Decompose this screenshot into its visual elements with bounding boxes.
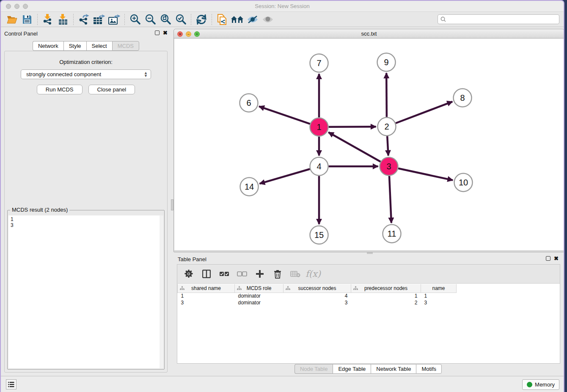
svg-text:4: 4 bbox=[317, 162, 321, 171]
node-table: shared name MCDS role successor nodes pr… bbox=[177, 284, 463, 306]
column-header-successor-nodes[interactable]: successor nodes bbox=[284, 284, 351, 293]
search-field[interactable] bbox=[438, 14, 559, 24]
main-area: Control Panel ✖ Network Style Select MCD… bbox=[1, 27, 564, 376]
save-session-button[interactable] bbox=[19, 13, 35, 26]
table-cell[interactable]: 1 bbox=[421, 293, 457, 299]
column-header-filler bbox=[457, 284, 463, 293]
column-header-predecessor-nodes[interactable]: predecessor nodes bbox=[351, 284, 421, 293]
import-network-button[interactable] bbox=[40, 13, 55, 26]
table-cell[interactable]: 3 bbox=[284, 299, 351, 306]
svg-text:14: 14 bbox=[245, 182, 254, 191]
table-cell[interactable]: 3 bbox=[421, 299, 457, 306]
graph-node-4[interactable]: 4 bbox=[310, 157, 328, 176]
hierarchy-icon bbox=[180, 286, 184, 290]
tab-edge-table[interactable]: Edge Table bbox=[333, 364, 371, 374]
open-file-button[interactable] bbox=[4, 13, 19, 26]
select-all-button[interactable] bbox=[218, 268, 231, 280]
tab-network[interactable]: Network bbox=[33, 41, 63, 51]
network-graph: 7968124314101511 bbox=[174, 39, 564, 250]
table-cell[interactable]: dominator bbox=[235, 299, 284, 306]
window-title: Session: New Session bbox=[1, 3, 564, 9]
tab-network-table[interactable]: Network Table bbox=[371, 364, 416, 374]
graph-node-11[interactable]: 11 bbox=[383, 225, 401, 243]
export-network-icon bbox=[78, 14, 89, 25]
delete-column-button[interactable] bbox=[271, 268, 284, 280]
search-input[interactable] bbox=[448, 17, 556, 22]
show-all-button[interactable] bbox=[260, 13, 275, 26]
column-header-mcds-role[interactable]: MCDS role bbox=[235, 284, 284, 293]
run-mcds-button[interactable]: Run MCDS bbox=[37, 85, 83, 94]
delete-table-button[interactable] bbox=[289, 268, 302, 280]
deselect-all-button[interactable] bbox=[236, 268, 248, 280]
graph-edge-4-14[interactable] bbox=[259, 169, 310, 184]
graph-edge-3-1[interactable] bbox=[328, 133, 380, 162]
graph-edge-2-8[interactable] bbox=[396, 102, 452, 123]
tab-select[interactable]: Select bbox=[86, 41, 112, 51]
graph-edge-1-6[interactable] bbox=[259, 106, 310, 124]
table-cell[interactable]: 1 bbox=[178, 293, 235, 299]
graph-node-15[interactable]: 15 bbox=[310, 226, 328, 244]
graph-node-6[interactable]: 6 bbox=[240, 94, 258, 112]
tab-motifs[interactable]: Motifs bbox=[416, 364, 442, 374]
toggle-panes-button[interactable] bbox=[200, 268, 213, 280]
export-image-button[interactable] bbox=[107, 13, 122, 26]
graph-edge-2-3[interactable] bbox=[387, 136, 388, 155]
control-panel-float-icon[interactable] bbox=[155, 30, 160, 35]
graph-node-14[interactable]: 14 bbox=[240, 178, 259, 196]
network-canvas[interactable]: 7968124314101511 bbox=[174, 39, 564, 250]
toolbar-separator bbox=[124, 14, 125, 25]
close-panel-button[interactable]: Close panel bbox=[88, 85, 135, 94]
import-table-button[interactable] bbox=[55, 13, 71, 26]
table-row[interactable]: 3dominator323 bbox=[178, 299, 463, 306]
table-cell[interactable]: 1 bbox=[351, 293, 421, 299]
tab-style[interactable]: Style bbox=[63, 41, 86, 51]
zoom-out-button[interactable] bbox=[143, 13, 158, 26]
panel-splitter-grip[interactable] bbox=[171, 199, 173, 210]
graph-node-8[interactable]: 8 bbox=[454, 89, 472, 107]
graph-node-1[interactable]: 1 bbox=[310, 118, 328, 136]
criterion-dropdown[interactable]: strongly connected component ▲▼ bbox=[21, 69, 151, 79]
graph-node-3[interactable]: 3 bbox=[380, 157, 398, 176]
memory-button[interactable]: Memory bbox=[522, 379, 559, 390]
result-scrollbar[interactable] bbox=[160, 215, 163, 368]
table-cell[interactable]: 2 bbox=[351, 299, 421, 306]
export-network-button[interactable] bbox=[76, 13, 91, 26]
graph-edge-3-10[interactable] bbox=[398, 168, 453, 180]
graph-edge-2-9[interactable] bbox=[386, 73, 387, 117]
graph-edge-3-11[interactable] bbox=[389, 176, 391, 223]
memory-status-dot bbox=[527, 382, 532, 387]
column-header-name[interactable]: name bbox=[421, 284, 457, 293]
control-panel-close-icon[interactable]: ✖ bbox=[163, 30, 168, 35]
export-table-button[interactable] bbox=[91, 13, 107, 26]
homes-icon bbox=[231, 15, 244, 24]
zoom-in-button[interactable] bbox=[127, 13, 143, 26]
clone-network-button[interactable] bbox=[215, 13, 230, 26]
graph-node-7[interactable]: 7 bbox=[310, 54, 328, 72]
save-icon bbox=[22, 15, 32, 24]
refresh-view-button[interactable] bbox=[194, 13, 209, 26]
table-cell[interactable]: 3 bbox=[178, 299, 235, 306]
tab-mcds[interactable]: MCDS bbox=[112, 41, 139, 51]
table-cell[interactable]: dominator bbox=[235, 293, 284, 299]
graph-node-2[interactable]: 2 bbox=[378, 118, 396, 136]
create-column-button[interactable] bbox=[253, 268, 266, 280]
table-panel-float-icon[interactable] bbox=[546, 256, 550, 261]
zoom-selected-button[interactable] bbox=[173, 13, 188, 26]
graph-node-10[interactable]: 10 bbox=[454, 174, 473, 192]
hide-selected-button[interactable] bbox=[245, 13, 260, 26]
graph-node-9[interactable]: 9 bbox=[377, 53, 396, 72]
tab-node-table[interactable]: Node Table bbox=[295, 364, 333, 374]
table-cell[interactable]: 4 bbox=[284, 293, 351, 299]
table-panel-close-icon[interactable]: ✖ bbox=[554, 256, 559, 261]
table-settings-button[interactable] bbox=[182, 268, 195, 280]
svg-text:6: 6 bbox=[246, 98, 251, 108]
mcds-result-list[interactable]: 1 3 bbox=[8, 215, 163, 368]
task-history-button[interactable] bbox=[6, 379, 17, 389]
column-header-shared-name[interactable]: shared name bbox=[178, 284, 235, 293]
graph-edge-1-2[interactable] bbox=[328, 127, 376, 127]
refresh-icon bbox=[196, 14, 207, 25]
first-neighbors-button[interactable] bbox=[230, 13, 245, 26]
fit-content-button[interactable] bbox=[158, 13, 173, 26]
table-row[interactable]: 1dominator411 bbox=[178, 293, 463, 299]
function-builder-button[interactable]: f(x) bbox=[307, 268, 319, 280]
